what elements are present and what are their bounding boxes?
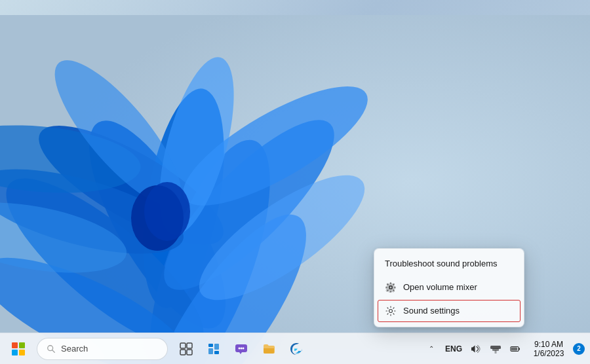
win-logo-red (12, 342, 18, 348)
svg-rect-24 (180, 350, 186, 355)
menu-item-sound-settings[interactable]: Sound settings (377, 299, 521, 323)
svg-rect-26 (208, 344, 213, 347)
notification-count: 2 (577, 345, 581, 352)
search-icon (47, 344, 56, 354)
taskbar-center-icons (173, 336, 309, 362)
tray-expand-button[interactable]: ⌃ (422, 336, 441, 362)
chat-icon (234, 342, 248, 356)
widgets-button[interactable] (201, 336, 227, 362)
svg-point-32 (241, 347, 243, 349)
battery-button[interactable] (506, 336, 524, 362)
file-explorer-button[interactable] (256, 336, 282, 362)
svg-rect-27 (208, 348, 213, 354)
time-display: 9:10 AM (534, 340, 563, 349)
svg-point-19 (389, 310, 393, 313)
volume-button[interactable] (467, 336, 485, 362)
svg-rect-29 (214, 351, 219, 354)
menu-item-troubleshoot[interactable]: Troubleshoot sound problems (374, 253, 524, 276)
svg-line-21 (52, 350, 55, 352)
svg-rect-23 (187, 343, 192, 348)
edge-button[interactable] (283, 336, 309, 362)
win-logo-green (19, 342, 25, 348)
taskbar: Search (0, 333, 590, 364)
windows-logo (12, 342, 25, 355)
edge-icon (289, 342, 304, 356)
file-explorer-icon (262, 342, 276, 356)
search-bar[interactable]: Search (37, 338, 168, 360)
language-indicator[interactable]: ENG (442, 336, 465, 362)
chevron-up-icon: ⌃ (429, 345, 434, 352)
svg-point-33 (243, 347, 245, 349)
clock-area[interactable]: 9:10 AM 1/6/2023 (526, 336, 572, 362)
desktop: Troubleshoot sound problems Open volume … (0, 0, 590, 364)
volume-icon (471, 344, 481, 354)
svg-rect-36 (490, 346, 501, 349)
notification-button[interactable]: 2 (573, 343, 585, 355)
language-text: ENG (445, 344, 462, 354)
win-logo-yellow (19, 350, 25, 355)
battery-icon (510, 344, 521, 354)
network-icon (490, 344, 501, 354)
svg-rect-39 (511, 347, 517, 350)
gear-icon-sound (385, 305, 397, 317)
win-logo-blue (12, 350, 18, 355)
svg-rect-40 (519, 348, 520, 350)
svg-point-17 (144, 182, 190, 241)
network-button[interactable] (486, 336, 505, 362)
taskview-icon (180, 342, 193, 355)
search-label: Search (61, 344, 88, 354)
context-menu: Troubleshoot sound problems Open volume … (374, 248, 524, 327)
widgets-icon (207, 342, 220, 355)
start-button[interactable] (5, 336, 31, 362)
system-tray: ⌃ ENG (422, 336, 524, 362)
gear-icon-volume (385, 282, 397, 293)
taskbar-left: Search (0, 336, 168, 362)
svg-rect-22 (180, 343, 186, 348)
svg-point-31 (239, 347, 241, 349)
date-display: 1/6/2023 (534, 349, 564, 358)
chat-button[interactable] (228, 336, 254, 362)
svg-rect-28 (214, 344, 219, 350)
svg-rect-25 (187, 350, 192, 355)
taskbar-right: ⌃ ENG (422, 336, 590, 362)
menu-item-volume-mixer[interactable]: Open volume mixer (374, 276, 524, 299)
taskview-button[interactable] (173, 336, 199, 362)
